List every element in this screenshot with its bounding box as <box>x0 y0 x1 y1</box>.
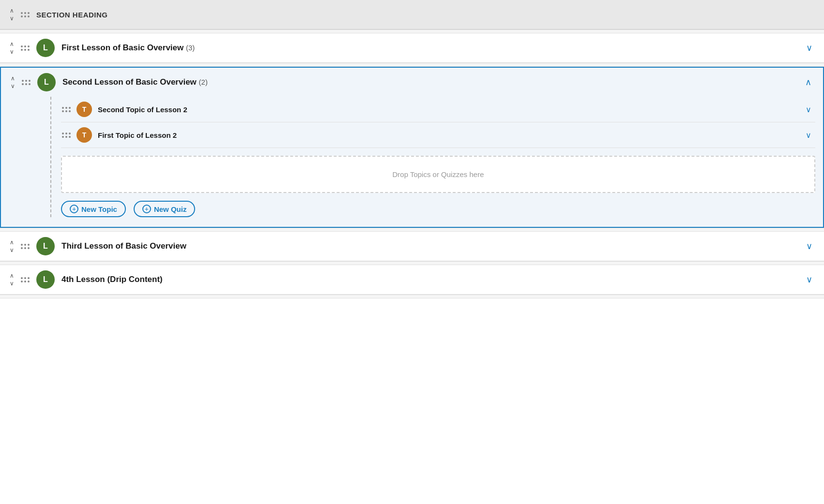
topic-1-icon: T <box>76 102 92 117</box>
topic-1-drag-handle[interactable] <box>61 105 72 114</box>
separator-1 <box>0 30 824 33</box>
topic-1-row: T Second Topic of Lesson 2 ∨ <box>61 97 815 122</box>
lesson-3-drag-handle[interactable] <box>20 242 31 251</box>
lesson-1-expand-button[interactable]: ∨ <box>802 41 816 55</box>
new-quiz-label: New Quiz <box>154 205 187 213</box>
section-nav-arrows: ∧ ∨ <box>8 7 16 23</box>
separator-4 <box>0 261 824 265</box>
lesson-1-title: First Lesson of Basic Overview (3) <box>61 43 802 53</box>
lesson-1-drag-handle[interactable] <box>20 44 31 53</box>
topic-2-row: T First Topic of Lesson 2 ∨ <box>61 122 815 148</box>
lesson-2-nav-arrows: ∧ ∨ <box>9 74 17 90</box>
section-drag-handle[interactable] <box>20 10 31 19</box>
lesson-4-move-up-button[interactable]: ∧ <box>8 272 16 280</box>
topic-2-icon: T <box>76 127 92 143</box>
lesson-3-move-down-button[interactable]: ∨ <box>8 246 16 254</box>
lesson-2-expanded-wrapper: ∧ ∨ L Second Lesson of Basic Overview (2… <box>0 67 824 228</box>
separator-3 <box>0 228 824 232</box>
new-quiz-button[interactable]: + New Quiz <box>134 201 196 217</box>
lesson-1-icon: L <box>36 39 55 57</box>
drop-zone-text: Drop Topics or Quizzes here <box>393 170 484 178</box>
lesson-2-collapse-button[interactable]: ∧ <box>801 75 815 89</box>
lesson-1-row: ∧ ∨ L First Lesson of Basic Overview (3)… <box>0 33 824 63</box>
topic-2-title: First Topic of Lesson 2 <box>98 131 802 139</box>
lesson-4-drag-handle[interactable] <box>20 275 31 284</box>
lesson-3-expand-button[interactable]: ∨ <box>802 239 816 253</box>
section-heading-row: ∧ ∨ SECTION HEADING <box>0 0 824 30</box>
lesson-2-drag-handle[interactable] <box>21 78 31 87</box>
lesson-4-nav-arrows: ∧ ∨ <box>8 272 16 288</box>
lesson-3-move-up-button[interactable]: ∧ <box>8 238 16 246</box>
lesson-3-title: Third Lesson of Basic Overview <box>61 241 802 251</box>
lesson-3-nav-arrows: ∧ ∨ <box>8 238 16 254</box>
lesson-3-icon: L <box>36 237 55 255</box>
lesson-1-nav-arrows: ∧ ∨ <box>8 40 16 56</box>
lesson-2-move-up-button[interactable]: ∧ <box>9 74 17 82</box>
lesson-2-icon: L <box>37 73 56 91</box>
lesson-4-icon: L <box>36 270 55 289</box>
lesson-2-title: Second Lesson of Basic Overview (2) <box>62 77 801 87</box>
new-topic-button[interactable]: + New Topic <box>61 201 126 217</box>
lesson-4-expand-button[interactable]: ∨ <box>802 272 816 287</box>
drop-zone: Drop Topics or Quizzes here <box>61 156 815 193</box>
lesson-4-row: ∧ ∨ L 4th Lesson (Drip Content) ∨ <box>0 265 824 295</box>
topic-2-drag-handle[interactable] <box>61 131 72 140</box>
new-topic-plus-icon: + <box>70 205 78 213</box>
separator-2 <box>0 63 824 67</box>
section-title: SECTION HEADING <box>36 11 816 19</box>
section-move-down-button[interactable]: ∨ <box>8 15 16 22</box>
section-move-up-button[interactable]: ∧ <box>8 7 16 15</box>
lesson-2-move-down-button[interactable]: ∨ <box>9 82 17 90</box>
action-buttons: + New Topic + New Quiz <box>61 201 815 217</box>
curriculum-list: ∧ ∨ SECTION HEADING ∧ ∨ <box>0 0 824 298</box>
topic-1-expand-button[interactable]: ∨ <box>802 103 815 116</box>
lesson-1-move-down-button[interactable]: ∨ <box>8 48 16 56</box>
new-topic-label: New Topic <box>81 205 117 213</box>
lesson-2-header: ∧ ∨ L Second Lesson of Basic Overview (2… <box>1 68 823 97</box>
new-quiz-plus-icon: + <box>142 205 151 213</box>
lesson-4-title: 4th Lesson (Drip Content) <box>61 275 802 284</box>
lesson-4-move-down-button[interactable]: ∨ <box>8 280 16 287</box>
separator-5 <box>0 295 824 298</box>
topic-1-title: Second Topic of Lesson 2 <box>98 105 802 114</box>
topic-2-expand-button[interactable]: ∨ <box>802 129 815 142</box>
lesson-1-move-up-button[interactable]: ∧ <box>8 40 16 48</box>
lesson-3-row: ∧ ∨ L Third Lesson of Basic Overview ∨ <box>0 232 824 261</box>
